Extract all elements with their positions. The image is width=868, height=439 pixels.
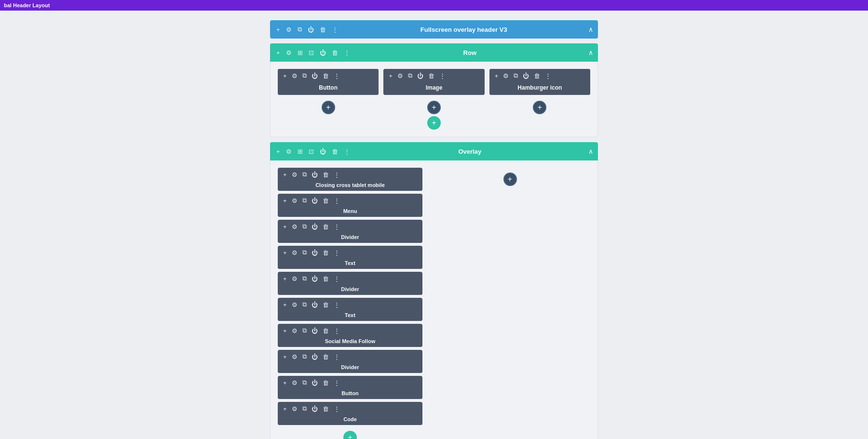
mod-button-gear-icon[interactable]: ⚙	[290, 378, 299, 387]
mod-social-power-icon[interactable]: ⏻	[310, 326, 319, 335]
mod-menu-more-icon[interactable]: ⋮	[332, 196, 341, 205]
row-grid-icon[interactable]: ⊞	[296, 48, 304, 57]
mod-div2-power-icon[interactable]: ⏻	[310, 274, 319, 283]
col-ham-more-icon[interactable]: ⋮	[543, 71, 553, 80]
fullscreen-more-icon[interactable]: ⋮	[330, 25, 339, 34]
row-trash-icon[interactable]: 🗑	[330, 48, 339, 57]
mod-code-more-icon[interactable]: ⋮	[332, 404, 341, 413]
mod-div1-trash-icon[interactable]: 🗑	[321, 222, 330, 231]
mod-div3-copy-icon[interactable]: ⧉	[301, 352, 308, 361]
mod-div3-trash-icon[interactable]: 🗑	[321, 352, 330, 361]
mod-code-gear-icon[interactable]: ⚙	[290, 404, 299, 413]
overlay-grid-icon[interactable]: ⊞	[296, 147, 304, 156]
mod-text1-copy-icon[interactable]: ⧉	[301, 248, 308, 257]
mod-code-copy-icon[interactable]: ⧉	[301, 404, 308, 413]
mod-code-power-icon[interactable]: ⏻	[310, 404, 319, 413]
fullscreen-plus-icon[interactable]: +	[275, 25, 282, 34]
mod-text2-copy-icon[interactable]: ⧉	[301, 300, 308, 309]
col-img-copy-icon[interactable]: ⧉	[407, 71, 414, 80]
add-column-3-button[interactable]: +	[533, 101, 546, 114]
mod-text2-more-icon[interactable]: ⋮	[332, 300, 341, 309]
col-img-plus-icon[interactable]: +	[387, 71, 394, 80]
mod-code-plus-icon[interactable]: +	[282, 404, 288, 413]
mod-text2-trash-icon[interactable]: 🗑	[321, 300, 330, 309]
mod-button-more-icon[interactable]: ⋮	[332, 378, 341, 387]
add-row-button[interactable]: +	[427, 116, 441, 130]
mod-text1-gear-icon[interactable]: ⚙	[290, 248, 299, 257]
col-img-gear-icon[interactable]: ⚙	[396, 71, 405, 80]
mod-menu-plus-icon[interactable]: +	[282, 196, 288, 205]
mod-text2-power-icon[interactable]: ⏻	[310, 300, 319, 309]
mod-div1-copy-icon[interactable]: ⧉	[301, 222, 308, 231]
mod-text2-plus-icon[interactable]: +	[282, 300, 288, 309]
mod-cross-plus-icon[interactable]: +	[282, 170, 288, 179]
mod-cross-power-icon[interactable]: ⏻	[310, 170, 319, 179]
col-ham-plus-icon[interactable]: +	[493, 71, 500, 80]
mod-text1-trash-icon[interactable]: 🗑	[321, 248, 330, 257]
col-ham-copy-icon[interactable]: ⧉	[512, 71, 519, 80]
mod-cross-more-icon[interactable]: ⋮	[332, 170, 341, 179]
overlay-gear-icon[interactable]: ⚙	[285, 147, 293, 156]
col-img-power-icon[interactable]: ⏻	[416, 71, 425, 80]
col-ham-gear-icon[interactable]: ⚙	[502, 71, 510, 80]
mod-div2-trash-icon[interactable]: 🗑	[321, 274, 330, 283]
col-img-trash-icon[interactable]: 🗑	[427, 71, 436, 80]
mod-cross-gear-icon[interactable]: ⚙	[290, 170, 299, 179]
mod-social-trash-icon[interactable]: 🗑	[321, 326, 330, 335]
add-module-button[interactable]: +	[343, 431, 357, 439]
mod-social-more-icon[interactable]: ⋮	[332, 326, 341, 335]
fullscreen-chevron-icon[interactable]: ∧	[588, 26, 593, 33]
mod-social-copy-icon[interactable]: ⧉	[301, 326, 308, 335]
overlay-chevron-icon[interactable]: ∧	[588, 147, 593, 155]
mod-div3-more-icon[interactable]: ⋮	[332, 352, 341, 361]
mod-button-trash-icon[interactable]: 🗑	[321, 378, 330, 387]
mod-social-plus-icon[interactable]: +	[282, 326, 288, 335]
mod-social-gear-icon[interactable]: ⚙	[290, 326, 299, 335]
row-chevron-icon[interactable]: ∧	[588, 49, 593, 56]
mod-div1-more-icon[interactable]: ⋮	[332, 222, 341, 231]
row-power-icon[interactable]: ⏻	[318, 48, 327, 57]
add-column-2-button[interactable]: +	[427, 101, 441, 114]
mod-text1-power-icon[interactable]: ⏻	[310, 248, 319, 257]
mod-div2-gear-icon[interactable]: ⚙	[290, 274, 299, 283]
fullscreen-trash-icon[interactable]: 🗑	[318, 25, 327, 34]
mod-code-trash-icon[interactable]: 🗑	[321, 404, 330, 413]
mod-button-copy-icon[interactable]: ⧉	[301, 378, 308, 387]
col-btn-power-icon[interactable]: ⏻	[310, 71, 319, 80]
add-column-1-button[interactable]: +	[322, 101, 335, 114]
mod-div2-plus-icon[interactable]: +	[282, 274, 288, 283]
col-btn-plus-icon[interactable]: +	[282, 71, 288, 80]
overlay-more-icon[interactable]: ⋮	[342, 147, 352, 156]
col-btn-gear-icon[interactable]: ⚙	[290, 71, 299, 80]
mod-text1-plus-icon[interactable]: +	[282, 248, 288, 257]
overlay-power-icon[interactable]: ⏻	[318, 147, 327, 156]
overlay-move-icon[interactable]: ⊡	[307, 147, 315, 156]
mod-div1-gear-icon[interactable]: ⚙	[290, 222, 299, 231]
mod-div3-gear-icon[interactable]: ⚙	[290, 352, 299, 361]
mod-menu-copy-icon[interactable]: ⧉	[301, 196, 308, 205]
col-btn-trash-icon[interactable]: 🗑	[321, 71, 330, 80]
row-move-icon[interactable]: ⊡	[307, 48, 315, 57]
fullscreen-gear-icon[interactable]: ⚙	[285, 25, 293, 34]
add-overlay-column-button[interactable]: +	[503, 173, 517, 186]
mod-menu-trash-icon[interactable]: 🗑	[321, 196, 330, 205]
mod-button-plus-icon[interactable]: +	[282, 378, 288, 387]
mod-button-power-icon[interactable]: ⏻	[310, 378, 319, 387]
mod-menu-power-icon[interactable]: ⏻	[310, 196, 319, 205]
mod-cross-trash-icon[interactable]: 🗑	[321, 170, 330, 179]
row-more-icon[interactable]: ⋮	[342, 48, 352, 57]
mod-div1-power-icon[interactable]: ⏻	[310, 222, 319, 231]
fullscreen-copy-icon[interactable]: ⧉	[296, 25, 303, 34]
mod-div2-more-icon[interactable]: ⋮	[332, 274, 341, 283]
fullscreen-power-icon[interactable]: ⏻	[306, 25, 315, 34]
col-img-more-icon[interactable]: ⋮	[438, 71, 447, 80]
row-plus-icon[interactable]: +	[275, 48, 282, 57]
col-ham-trash-icon[interactable]: 🗑	[532, 71, 542, 80]
mod-div3-plus-icon[interactable]: +	[282, 352, 288, 361]
mod-text2-gear-icon[interactable]: ⚙	[290, 300, 299, 309]
mod-text1-more-icon[interactable]: ⋮	[332, 248, 341, 257]
col-btn-copy-icon[interactable]: ⧉	[301, 71, 308, 80]
overlay-plus-icon[interactable]: +	[275, 147, 282, 156]
mod-div3-power-icon[interactable]: ⏻	[310, 352, 319, 361]
col-ham-power-icon[interactable]: ⏻	[521, 71, 530, 80]
